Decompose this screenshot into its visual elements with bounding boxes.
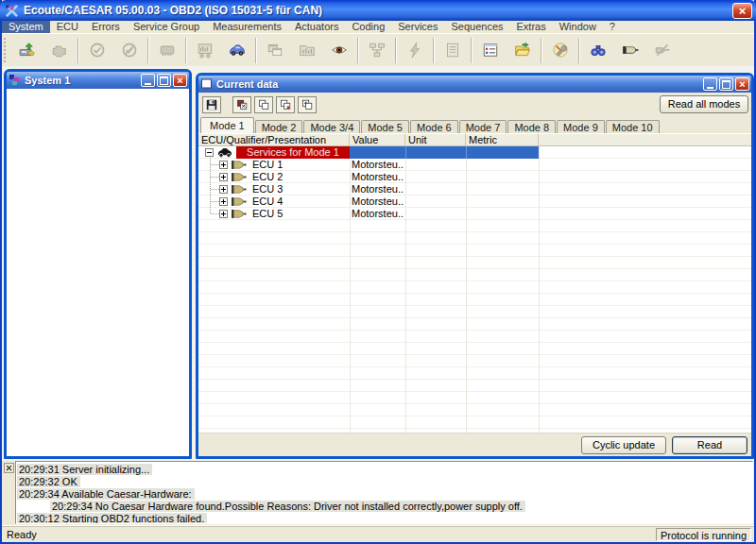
view-eye-icon[interactable] [323, 37, 355, 63]
menu-measurements[interactable]: Measurements [206, 21, 288, 33]
tab-mode-5[interactable]: Mode 5 [361, 120, 409, 133]
settings-tools-icon[interactable] [544, 37, 576, 63]
maximize-icon[interactable] [719, 77, 733, 91]
close-icon[interactable] [173, 74, 187, 87]
system-window-title: System 1 [25, 75, 141, 86]
log-output[interactable]: 20:29:31 Server initializing... 20:29:32… [15, 461, 753, 524]
menu-system[interactable]: System [2, 21, 50, 33]
table-row-ecu4[interactable]: ECU 4 Motorsteu... [198, 196, 751, 208]
disable-icon[interactable] [113, 37, 146, 63]
disconnect-icon[interactable] [646, 37, 679, 63]
menu-service-group[interactable]: Service Group [127, 21, 206, 33]
column-header-unit[interactable]: Unit [405, 133, 466, 145]
pages-add-icon[interactable] [298, 96, 317, 113]
ecu-label: ECU 2 [252, 171, 283, 183]
current-data-title: Current data [216, 78, 703, 90]
tab-mode-10[interactable]: Mode 10 [606, 120, 660, 133]
save-icon[interactable] [202, 96, 221, 113]
title-bar: Ecoute/CAESAR 05.00.03 - OBD2 (ISO 15031… [0, 0, 756, 21]
expand-icon[interactable] [219, 210, 228, 218]
menu-services[interactable]: Services [391, 21, 444, 33]
engine-icon[interactable] [43, 37, 76, 63]
tab-mode-7[interactable]: Mode 7 [459, 120, 507, 133]
tab-mode-8[interactable]: Mode 8 [507, 120, 556, 133]
read-all-modes-button[interactable]: Read all modes [660, 95, 748, 113]
table-row-ecu1[interactable]: ECU 1 Motorsteu... [198, 159, 751, 171]
close-log-icon[interactable] [4, 463, 14, 473]
table-row-ecu3[interactable]: ECU 3 Motorsteu... [198, 183, 751, 196]
menu-sequences[interactable]: Sequences [444, 21, 509, 33]
car-icon [217, 147, 232, 158]
column-header-ecu[interactable]: ECU/Qualifier/Presentation [198, 133, 350, 145]
ecu-value: Motorsteu... [352, 196, 404, 208]
report-folder-icon[interactable] [291, 37, 323, 63]
toolbar-separator [147, 38, 149, 63]
toolbar-separator [471, 38, 472, 63]
search-binoculars-icon[interactable] [582, 37, 614, 63]
data-list-icon[interactable] [474, 37, 507, 63]
pages-delete-icon[interactable] [232, 96, 251, 113]
menu-coding[interactable]: Coding [345, 21, 391, 33]
pages-copy-icon[interactable] [254, 96, 273, 113]
flowchart-icon[interactable] [361, 37, 393, 63]
grid-body[interactable]: Services for Mode 1 ECU 1 [198, 146, 751, 433]
form-icon[interactable] [437, 37, 469, 63]
minimize-icon[interactable] [141, 74, 155, 87]
close-icon[interactable] [732, 3, 752, 19]
tab-mode-2[interactable]: Mode 2 [255, 120, 303, 133]
column-header-metric[interactable]: Metric [466, 133, 539, 145]
tab-mode-1[interactable]: Mode 1 [200, 117, 254, 133]
expand-icon[interactable] [219, 173, 228, 181]
menu-bar: System ECU Errors Service Group Measurem… [2, 21, 754, 33]
tree-stub [211, 164, 219, 165]
menu-ecu[interactable]: ECU [50, 21, 85, 33]
ecu-label: ECU 1 [252, 159, 283, 171]
table-row-ecu5[interactable]: ECU 5 Motorsteu... [198, 208, 751, 220]
expand-icon[interactable] [219, 197, 228, 206]
log-line: 20:29:34 Available Caesar-Hardware: [17, 488, 752, 501]
table-row-group[interactable]: Services for Mode 1 [198, 146, 751, 159]
close-icon[interactable] [735, 77, 749, 91]
app-icon [5, 4, 19, 18]
column-header-value[interactable]: Value [350, 133, 405, 145]
current-data-buttonbar: Cyclic update Read [198, 433, 751, 456]
expand-icon[interactable] [219, 161, 228, 169]
tree-stub [211, 177, 219, 178]
status-bar: Ready Protocol is running [2, 525, 754, 542]
table-row-ecu2[interactable]: ECU 2 Motorsteu... [198, 171, 751, 183]
menu-errors[interactable]: Errors [85, 21, 127, 33]
cyclic-update-button[interactable]: Cyclic update [581, 436, 666, 454]
toolbar-grip[interactable] [4, 38, 9, 62]
mdi-area: System 1 Current data [2, 66, 754, 461]
system-window-content[interactable] [7, 89, 189, 456]
current-data-titlebar[interactable]: Current data [198, 76, 751, 93]
menu-window[interactable]: Window [553, 21, 603, 33]
read-button[interactable]: Read [672, 436, 747, 454]
activate-icon[interactable] [399, 37, 431, 63]
system-window-titlebar[interactable]: System 1 [7, 72, 189, 89]
tab-mode-3-4[interactable]: Mode 3/4 [303, 120, 360, 133]
pages-move-icon[interactable] [276, 96, 295, 113]
ecu-plug-icon [232, 196, 247, 207]
tab-mode-9[interactable]: Mode 9 [557, 120, 605, 133]
ecu-icon[interactable] [151, 37, 183, 63]
log-panel-gutter [2, 461, 15, 525]
vehicle-icon[interactable] [221, 37, 253, 63]
measurement-icon[interactable] [189, 37, 221, 63]
connector-icon[interactable] [614, 37, 646, 63]
toolbar-separator [77, 38, 79, 63]
enable-icon[interactable] [81, 37, 113, 63]
log-panel: 20:29:31 Server initializing... 20:29:32… [2, 461, 754, 525]
tab-mode-6[interactable]: Mode 6 [410, 120, 458, 133]
maximize-icon[interactable] [157, 74, 171, 87]
expand-icon[interactable] [219, 185, 228, 194]
connect-hardware-icon[interactable] [11, 37, 43, 63]
ecu-value: Motorsteu... [352, 208, 404, 220]
menu-help[interactable]: ? [603, 21, 622, 33]
minimize-icon[interactable] [703, 77, 717, 91]
menu-extras[interactable]: Extras [510, 21, 553, 33]
collapse-icon[interactable] [205, 148, 214, 157]
windows-icon[interactable] [259, 37, 291, 63]
open-folder-icon[interactable] [507, 37, 539, 63]
menu-actuators[interactable]: Actuators [288, 21, 345, 33]
